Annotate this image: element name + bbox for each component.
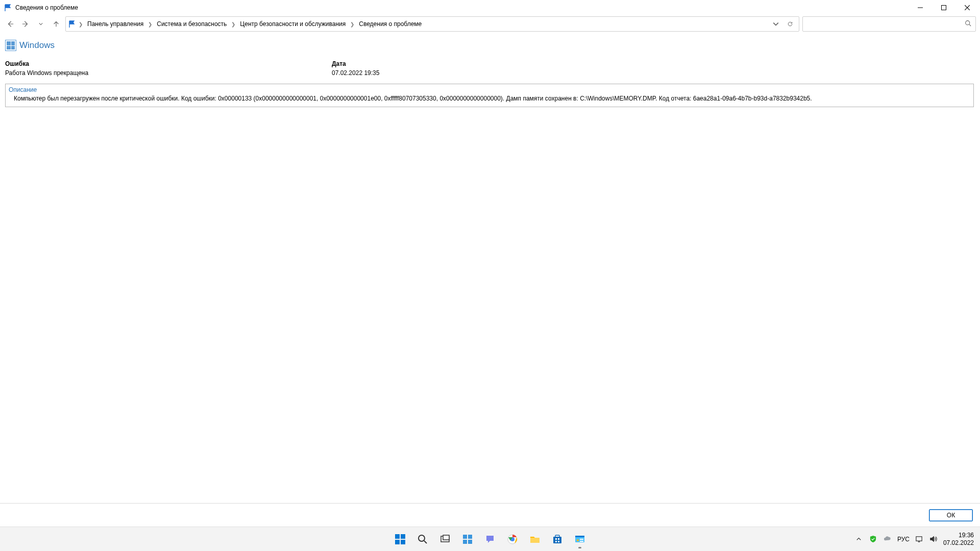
breadcrumb-item[interactable]: Сведения о проблеме xyxy=(357,19,424,29)
language-indicator[interactable]: РУС xyxy=(897,536,910,543)
svg-rect-2 xyxy=(395,534,400,539)
toolbar: ❯ Панель управления ❯ Система и безопасн… xyxy=(0,15,980,33)
title-bar: Сведения о проблеме xyxy=(0,0,980,15)
network-icon[interactable] xyxy=(915,535,924,544)
svg-rect-15 xyxy=(530,538,540,543)
ok-button[interactable]: ОК xyxy=(929,509,973,521)
app-flag-icon xyxy=(4,4,12,12)
svg-rect-5 xyxy=(401,540,405,544)
widgets-button[interactable] xyxy=(457,529,478,549)
taskbar-center xyxy=(390,529,590,549)
address-dropdown-button[interactable] xyxy=(769,17,782,31)
svg-rect-25 xyxy=(580,539,583,540)
security-icon[interactable] xyxy=(869,535,878,544)
svg-rect-23 xyxy=(575,536,584,537)
date-value: 07.02.2022 19:35 xyxy=(332,69,379,77)
chevron-right-icon[interactable]: ❯ xyxy=(230,21,237,27)
file-explorer-icon[interactable] xyxy=(525,529,545,549)
svg-rect-20 xyxy=(555,541,557,542)
chevron-right-icon[interactable]: ❯ xyxy=(77,21,84,27)
svg-rect-0 xyxy=(942,6,946,10)
start-button[interactable] xyxy=(390,529,410,549)
search-input[interactable] xyxy=(807,20,965,28)
svg-point-1 xyxy=(966,21,970,25)
address-flag-icon xyxy=(68,20,76,28)
taskbar: РУС 19:36 07.02.2022 xyxy=(0,527,980,551)
search-box[interactable] xyxy=(802,16,976,32)
chevron-right-icon[interactable]: ❯ xyxy=(146,21,154,27)
onedrive-icon[interactable] xyxy=(883,535,892,544)
chevron-right-icon[interactable]: ❯ xyxy=(349,21,356,27)
svg-rect-11 xyxy=(463,540,467,544)
microsoft-store-icon[interactable] xyxy=(547,529,568,549)
clock-date: 07.02.2022 xyxy=(943,539,974,546)
description-box: Описание Компьютер был перезагружен посл… xyxy=(5,84,974,107)
svg-rect-27 xyxy=(916,537,922,541)
minimize-button[interactable] xyxy=(909,0,932,15)
svg-rect-21 xyxy=(558,541,559,542)
svg-rect-10 xyxy=(468,535,472,539)
svg-rect-17 xyxy=(555,535,559,537)
breadcrumb-item[interactable]: Система и безопасность xyxy=(155,19,229,29)
volume-icon[interactable] xyxy=(929,535,938,544)
description-label: Описание xyxy=(9,86,970,93)
close-button[interactable] xyxy=(955,0,979,15)
svg-rect-16 xyxy=(553,537,561,543)
windows-logo-icon xyxy=(5,40,16,51)
content-area: Windows Ошибка Работа Windows прекращена… xyxy=(0,33,980,503)
svg-rect-12 xyxy=(468,540,472,544)
chrome-icon[interactable] xyxy=(502,529,523,549)
svg-rect-4 xyxy=(395,540,400,544)
error-label: Ошибка xyxy=(5,60,332,67)
up-button[interactable] xyxy=(50,18,62,30)
clock-time: 19:36 xyxy=(943,532,974,539)
system-tray: РУС 19:36 07.02.2022 xyxy=(854,532,976,546)
chat-button[interactable] xyxy=(480,529,500,549)
breadcrumb-item[interactable]: Панель управления xyxy=(85,19,145,29)
page-heading: Windows xyxy=(19,40,55,51)
forward-button[interactable] xyxy=(19,18,32,30)
refresh-button[interactable] xyxy=(783,17,797,31)
search-icon[interactable] xyxy=(965,19,971,29)
breadcrumb-item[interactable]: Центр безопасности и обслуживания xyxy=(238,19,348,29)
svg-rect-26 xyxy=(580,541,583,542)
description-text: Компьютер был перезагружен после критиче… xyxy=(9,94,970,103)
footer-bar: ОК xyxy=(0,503,980,527)
date-label: Дата xyxy=(332,60,379,67)
control-panel-icon[interactable] xyxy=(570,529,590,549)
window-title: Сведения о проблеме xyxy=(15,4,78,11)
svg-rect-3 xyxy=(401,534,405,539)
svg-rect-19 xyxy=(558,538,559,540)
error-value: Работа Windows прекращена xyxy=(5,69,332,77)
taskbar-clock[interactable]: 19:36 07.02.2022 xyxy=(943,532,976,546)
tray-overflow-button[interactable] xyxy=(854,535,864,544)
svg-point-6 xyxy=(419,535,425,541)
maximize-button[interactable] xyxy=(932,0,955,15)
svg-rect-8 xyxy=(443,535,449,540)
task-view-button[interactable] xyxy=(435,529,455,549)
recent-locations-button[interactable] xyxy=(35,18,47,30)
address-bar[interactable]: ❯ Панель управления ❯ Система и безопасн… xyxy=(65,16,799,32)
taskbar-search-button[interactable] xyxy=(412,529,433,549)
svg-rect-18 xyxy=(555,538,557,540)
svg-point-24 xyxy=(577,539,579,541)
back-button[interactable] xyxy=(4,18,16,30)
svg-rect-9 xyxy=(463,535,467,539)
